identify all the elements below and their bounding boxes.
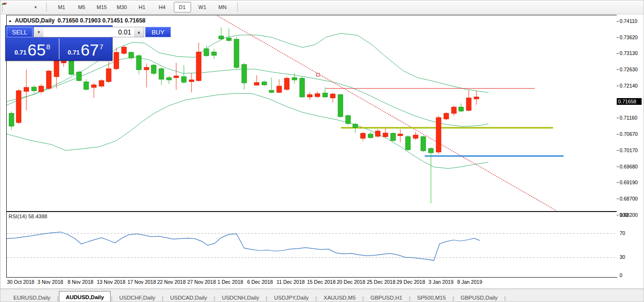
tab-separator: | (214, 295, 215, 301)
price-arrows-icon[interactable] (20, 2, 34, 12)
timeframe-button-m15[interactable]: M15 (93, 2, 111, 12)
candle-body-up (269, 90, 274, 92)
price-axis[interactable]: 0.741100.736200.731300.726300.721400.711… (617, 15, 644, 277)
candle-body-up (353, 124, 358, 127)
candle-body-down (46, 71, 51, 88)
current-price-tag: 0.71658 (617, 98, 642, 105)
price-axis-label: 0.69680 (620, 164, 638, 169)
chart-tab-usdcnh[interactable]: USDCNH,Daily (215, 292, 265, 302)
trendline-handle[interactable] (316, 73, 319, 76)
chart-tab-usdcad[interactable]: USDCAD,Daily (164, 292, 213, 302)
price-axis-label: 0.70170 (620, 147, 638, 153)
chart-title: ▲ AUDUSD,Daily 0.71650 0.71903 0.71451 0… (8, 17, 146, 24)
timeframe-button-d1[interactable]: D1 (174, 2, 191, 12)
sell-button[interactable]: SELL (7, 27, 33, 37)
candle-body-up (406, 137, 410, 150)
toolbar-separator (45, 2, 48, 12)
rsi-axis-label: 100 (620, 212, 628, 218)
candle-body-up (77, 72, 81, 81)
chart-tab-sp500[interactable]: SP500,M15 (411, 292, 452, 302)
rsi-line (7, 232, 480, 260)
timeframe-button-h1[interactable]: H1 (134, 2, 151, 12)
candle-body-up (136, 56, 141, 69)
sell-price[interactable]: 0.71 65 8 (6, 38, 59, 59)
timeframe-button-h4[interactable]: H4 (154, 2, 171, 12)
candle-body-down (114, 52, 119, 68)
rsi-subwindow[interactable] (6, 212, 617, 278)
candle-body-down (307, 95, 312, 97)
date-label: 27 Nov 2018 (187, 279, 216, 285)
candle-body-up (242, 65, 247, 83)
chart-tab-usdjpy[interactable]: USDJPY,Daily (268, 292, 315, 302)
candle-body-down (122, 47, 126, 53)
one-click-trade-panel: SELL ▼ ▲ BUY 0.71 65 8 0.71 67 7 (5, 25, 113, 61)
candle-body-down (375, 131, 380, 136)
timeframe-button-w1[interactable]: W1 (194, 2, 211, 12)
candle-body-up (292, 78, 297, 80)
buy-button[interactable]: BUY (145, 27, 171, 37)
date-label: 11 Dec 2018 (277, 279, 305, 285)
chevron-down-icon[interactable]: ▾ (34, 5, 37, 10)
candle-body-up (338, 95, 343, 117)
panel-divider (59, 38, 59, 59)
chart-tab-gbpusd[interactable]: GBPUSD,Daily (454, 292, 504, 302)
candle-body-down (452, 107, 456, 113)
date-label: 29 Dec 2018 (396, 279, 425, 285)
candle-body-up (167, 78, 171, 80)
date-label: 6 Dec 2018 (247, 279, 273, 285)
candle-body-down (474, 97, 479, 99)
terminal-window: ▾ M1M5M15M30H1H4D1W1MN ▲ AUDUSD,Daily 0.… (0, 0, 644, 302)
candle-body-up (84, 82, 89, 89)
chart-tab-gbpusd[interactable]: GBPUSD,H1 (364, 292, 408, 302)
candle-body-up (262, 82, 267, 85)
buy-price-prefix: 0.71 (68, 49, 79, 56)
timeframe-button-m5[interactable]: M5 (73, 2, 90, 12)
candle-body-up (346, 116, 350, 123)
volume-increase-button[interactable]: ▲ (134, 27, 144, 37)
candle-body-down (315, 94, 320, 97)
candle-body-down (39, 86, 44, 92)
candle-body-down (254, 82, 259, 85)
price-axis-label: 0.71160 (620, 115, 637, 121)
candle-body-up (429, 148, 433, 153)
candle-body-up (226, 38, 231, 40)
price-axis-label: 0.73130 (620, 50, 638, 56)
price-axis-label: 0.69190 (620, 179, 638, 185)
date-label: 22 Nov 2018 (157, 279, 186, 285)
candle-body-down (436, 118, 441, 152)
candle-body-up (459, 107, 463, 111)
volume-decrease-button[interactable]: ▼ (34, 27, 44, 37)
buy-price-pips: 67 (81, 43, 99, 57)
chart-ohlc-values: 0.71650 0.71903 0.71451 0.71658 (57, 17, 146, 24)
chart-tab-audusd[interactable]: AUDUSD,Daily (59, 291, 111, 302)
tab-separator: | (452, 295, 454, 301)
timeframe-button-m1[interactable]: M1 (53, 2, 70, 12)
candle-body-up (159, 69, 164, 79)
candle-body-down (99, 80, 104, 86)
chart-tab-xauusd[interactable]: XAUUSD,M5 (317, 292, 362, 302)
collapse-triangle-icon[interactable]: ▲ (8, 19, 12, 23)
chart-tab-eurusd[interactable]: EURUSD,Daily (7, 292, 56, 302)
chart-tab-usdchf[interactable]: USDCHF,Daily (113, 292, 161, 302)
rsi-chart-svg[interactable] (7, 212, 617, 277)
time-axis[interactable]: 30 Oct 20183 Nov 20188 Nov 201813 Nov 20… (6, 278, 616, 287)
bollinger-lower-band (7, 93, 488, 168)
volume-input[interactable] (44, 27, 134, 37)
timeframe-button-m30[interactable]: M30 (113, 2, 131, 12)
candle-body-down (91, 85, 96, 87)
descending-trendline[interactable] (217, 16, 556, 211)
timeframe-button-mn[interactable]: MN (214, 2, 231, 12)
tab-separator: | (111, 295, 113, 301)
candle-body-up (421, 137, 426, 151)
tab-separator: | (504, 295, 506, 301)
buy-price[interactable]: 0.71 67 7 (59, 38, 112, 59)
candle-body-down (466, 98, 471, 111)
date-label: 13 Nov 2018 (97, 279, 125, 285)
tab-separator: | (316, 295, 317, 301)
candle-body-up (300, 78, 305, 97)
date-label: 3 Nov 2018 (37, 279, 63, 285)
rsi-axis-label: 0 (620, 272, 622, 278)
chart-tab-bar: EURUSD,Daily|AUDUSD,Daily|USDCHF,Daily|U… (0, 289, 644, 302)
candle-body-down (24, 88, 29, 91)
date-label: 30 Oct 2018 (7, 279, 34, 285)
